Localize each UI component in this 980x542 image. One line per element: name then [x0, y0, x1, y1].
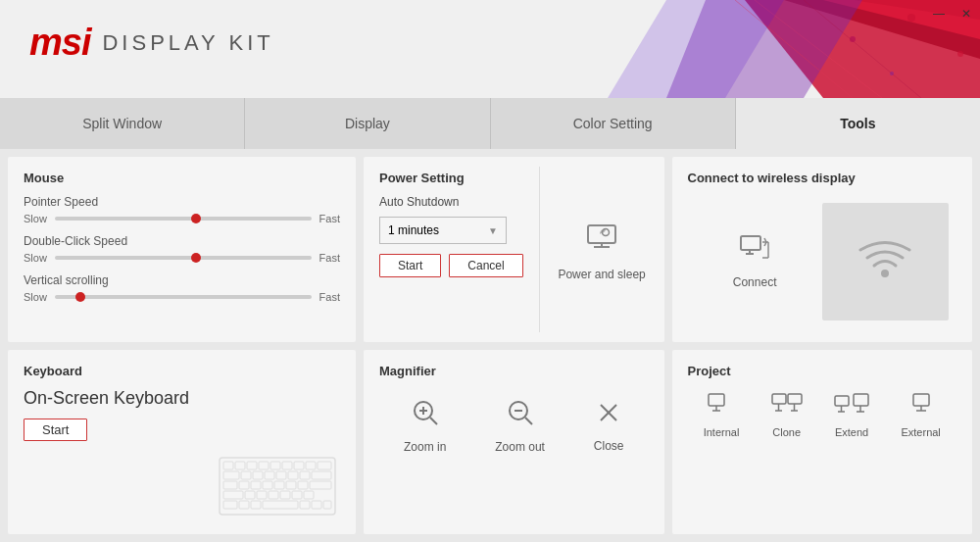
vscroll-slow-label: Slow [24, 291, 47, 303]
msi-logo: msi [29, 22, 90, 64]
main-content: Mouse Pointer Speed Slow Fast Double-Cli… [0, 149, 980, 542]
svg-rect-41 [312, 471, 331, 479]
pointer-speed-slider[interactable] [55, 217, 312, 221]
vertical-scroll-row: Slow Fast [24, 291, 340, 303]
close-button[interactable]: ✕ [953, 0, 980, 27]
external-icon [907, 393, 935, 420]
extend-icon [834, 393, 869, 420]
connect-wireless-card: Connect to wireless display Connect [672, 157, 973, 342]
internal-item[interactable]: Internal [704, 393, 740, 438]
double-click-slider[interactable] [55, 256, 312, 260]
svg-rect-35 [241, 471, 251, 479]
power-card: Power Setting Auto Shutdown 1 minutes ▼ … [364, 157, 664, 342]
svg-rect-25 [223, 462, 233, 469]
svg-rect-32 [306, 462, 316, 469]
zoom-in-icon [411, 398, 440, 434]
connect-button-area[interactable]: Connect [688, 195, 822, 328]
keyboard-start-button[interactable]: Start [24, 419, 87, 441]
svg-rect-39 [288, 471, 298, 479]
clone-label: Clone [772, 426, 801, 438]
svg-rect-26 [235, 462, 245, 469]
power-start-button[interactable]: Start [379, 254, 441, 277]
connect-icon [739, 234, 770, 268]
power-sleep-label: Power and sleep [558, 268, 645, 281]
tab-bar: Split Window Display Color Setting Tools [0, 98, 980, 149]
magnifier-controls: Zoom in Zoom out [379, 388, 649, 464]
auto-shutdown-value: 1 minutes [388, 223, 439, 237]
tab-color-setting[interactable]: Color Setting [491, 98, 736, 149]
svg-rect-58 [239, 501, 249, 509]
svg-rect-34 [223, 471, 239, 479]
keyboard-card: Keyboard On-Screen Keyboard Start [8, 350, 356, 535]
power-section-title: Power Setting [379, 171, 523, 185]
title-bar: — ✕ [902, 0, 980, 27]
app-title: DISPLAY KIT [102, 30, 273, 56]
connect-preview [822, 203, 949, 320]
power-settings-left: Power Setting Auto Shutdown 1 minutes ▼ … [364, 157, 539, 342]
power-cancel-button[interactable]: Cancel [449, 254, 522, 277]
power-sleep-section[interactable]: Power and sleep [540, 157, 664, 342]
double-click-speed-group: Double-Click Speed Slow Fast [24, 234, 340, 264]
svg-rect-43 [239, 481, 249, 489]
svg-rect-46 [274, 481, 284, 489]
zoom-in-item[interactable]: Zoom in [404, 398, 446, 454]
double-click-label: Double-Click Speed [24, 234, 340, 248]
project-card: Project Internal [672, 350, 973, 535]
svg-rect-56 [304, 491, 314, 499]
svg-rect-17 [741, 236, 760, 250]
svg-rect-63 [323, 501, 331, 509]
dropdown-arrow-icon: ▼ [488, 225, 498, 236]
svg-rect-37 [265, 471, 274, 479]
minimize-button[interactable]: — [925, 0, 953, 27]
svg-rect-50 [223, 491, 243, 499]
external-item[interactable]: External [901, 393, 940, 438]
double-click-row: Slow Fast [24, 252, 340, 264]
magnifier-card: Magnifier Zoom in [364, 350, 664, 535]
connect-label: Connect [733, 275, 777, 289]
auto-shutdown-select[interactable]: 1 minutes ▼ [379, 217, 507, 244]
svg-rect-88 [913, 394, 929, 406]
dblclick-slow-label: Slow [24, 252, 47, 264]
external-label: External [901, 426, 940, 438]
svg-rect-85 [854, 394, 868, 406]
mouse-section-title: Mouse [24, 171, 340, 185]
clone-item[interactable]: Clone [771, 393, 803, 438]
tab-split-window[interactable]: Split Window [0, 98, 245, 149]
svg-rect-60 [263, 501, 298, 509]
mouse-card: Mouse Pointer Speed Slow Fast Double-Cli… [8, 157, 356, 342]
pointer-slow-label: Slow [24, 213, 47, 224]
close-magnifier-label: Close [594, 439, 624, 453]
svg-rect-33 [318, 462, 331, 469]
internal-icon [708, 393, 735, 420]
clone-icon [771, 393, 803, 420]
svg-rect-36 [253, 471, 263, 479]
svg-rect-54 [280, 491, 290, 499]
zoom-out-item[interactable]: Zoom out [495, 398, 545, 454]
svg-rect-73 [709, 394, 724, 406]
svg-rect-62 [312, 501, 321, 509]
svg-rect-42 [223, 481, 237, 489]
close-magnifier-item[interactable]: Close [594, 399, 624, 453]
svg-rect-49 [310, 481, 331, 489]
project-section-title: Project [688, 364, 957, 378]
pointer-speed-label: Pointer Speed [24, 195, 340, 209]
power-button-row: Start Cancel [379, 254, 523, 277]
pointer-speed-group: Pointer Speed Slow Fast [24, 195, 340, 224]
svg-rect-79 [788, 394, 802, 404]
connect-section-title: Connect to wireless display [688, 171, 957, 185]
vertical-scroll-label: Vertical scrolling [24, 273, 340, 287]
svg-rect-30 [282, 462, 292, 469]
keyboard-illustration [219, 457, 336, 519]
extend-item[interactable]: Extend [834, 393, 869, 438]
vscroll-fast-label: Fast [319, 291, 340, 303]
auto-shutdown-label: Auto Shutdown [379, 195, 523, 209]
zoom-out-label: Zoom out [495, 440, 545, 454]
tab-display[interactable]: Display [245, 98, 490, 149]
svg-rect-13 [588, 225, 615, 243]
wifi-icon [856, 230, 914, 293]
tab-tools[interactable]: Tools [736, 98, 980, 149]
pointer-fast-label: Fast [319, 213, 340, 224]
svg-rect-31 [294, 462, 304, 469]
svg-rect-51 [245, 491, 255, 499]
vertical-scroll-slider[interactable] [55, 295, 312, 299]
